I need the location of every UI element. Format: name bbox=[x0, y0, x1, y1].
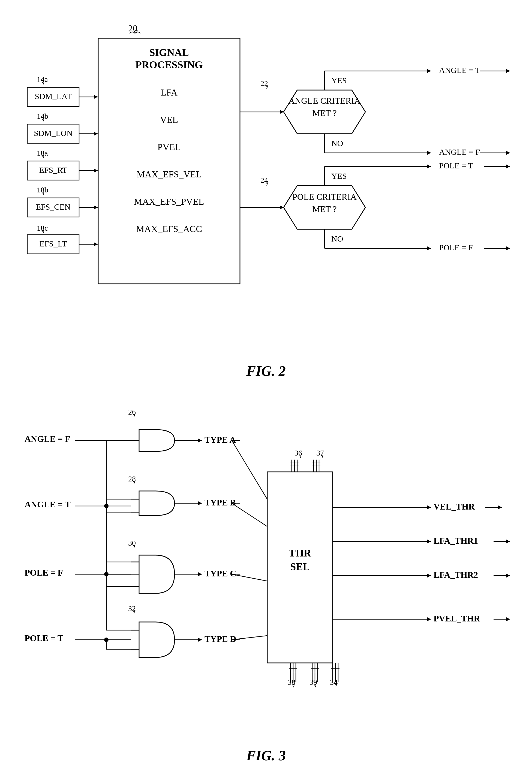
svg-text:TYPE C: TYPE C bbox=[205, 568, 236, 578]
svg-text:POLE = F: POLE = F bbox=[439, 243, 473, 252]
page: 20 SIGNAL PROCESSING LFA VEL PVEL MAX_EF… bbox=[0, 0, 532, 774]
svg-text:LFA_THR2: LFA_THR2 bbox=[434, 570, 478, 580]
svg-text:18c: 18c bbox=[37, 224, 48, 232]
fig3-title: FIG. 3 bbox=[22, 748, 510, 764]
svg-text:22: 22 bbox=[260, 79, 268, 88]
svg-marker-166 bbox=[427, 505, 431, 509]
svg-marker-122 bbox=[198, 638, 202, 642]
svg-text:ANGLE CRITERIA: ANGLE CRITERIA bbox=[288, 96, 360, 106]
svg-text:VEL_THR: VEL_THR bbox=[434, 502, 475, 511]
svg-marker-111 bbox=[198, 572, 202, 576]
fig2-diagram: 20 SIGNAL PROCESSING LFA VEL PVEL MAX_EF… bbox=[22, 16, 513, 358]
svg-text:ANGLE = T: ANGLE = T bbox=[439, 65, 480, 74]
svg-text:VEL: VEL bbox=[160, 115, 178, 125]
fig2-title: FIG. 2 bbox=[22, 363, 510, 379]
svg-text:TYPE D: TYPE D bbox=[205, 634, 236, 644]
svg-text:SEL: SEL bbox=[290, 561, 310, 572]
svg-marker-100 bbox=[198, 501, 202, 505]
svg-text:PROCESSING: PROCESSING bbox=[135, 59, 203, 70]
svg-text:SDM_LON: SDM_LON bbox=[34, 128, 73, 137]
svg-text:EFS_CEN: EFS_CEN bbox=[36, 202, 71, 211]
svg-text:SDM_LAT: SDM_LAT bbox=[35, 92, 71, 101]
svg-text:YES: YES bbox=[331, 76, 347, 85]
svg-marker-42 bbox=[427, 69, 431, 73]
svg-text:TYPE A: TYPE A bbox=[205, 435, 236, 445]
svg-text:TYPE B: TYPE B bbox=[205, 497, 236, 507]
svg-marker-181 bbox=[427, 617, 431, 621]
svg-text:POLE CRITERIA: POLE CRITERIA bbox=[292, 192, 357, 202]
svg-marker-176 bbox=[427, 574, 431, 577]
svg-marker-49 bbox=[427, 151, 431, 155]
svg-text:LFA_THR1: LFA_THR1 bbox=[434, 536, 478, 545]
svg-text:EFS_LT: EFS_LT bbox=[40, 239, 67, 248]
svg-marker-35 bbox=[280, 110, 284, 114]
svg-text:ANGLE = T: ANGLE = T bbox=[25, 499, 71, 509]
svg-text:POLE = F: POLE = F bbox=[25, 568, 63, 577]
svg-marker-18 bbox=[94, 132, 98, 136]
signal-processing-title: SIGNAL bbox=[149, 47, 189, 58]
svg-text:PVEL: PVEL bbox=[158, 142, 181, 152]
svg-text:EFS_RT: EFS_RT bbox=[39, 165, 67, 174]
fig3-diagram: ANGLE = F ANGLE = T POLE = F POLE = T bbox=[22, 390, 513, 745]
svg-text:NO: NO bbox=[331, 139, 343, 148]
svg-marker-90 bbox=[198, 439, 202, 442]
svg-text:ANGLE = F: ANGLE = F bbox=[25, 434, 70, 444]
svg-text:NO: NO bbox=[331, 234, 343, 243]
svg-text:PVEL_THR: PVEL_THR bbox=[434, 614, 480, 623]
svg-text:MET ?: MET ? bbox=[312, 108, 336, 118]
svg-text:LFA: LFA bbox=[161, 87, 178, 97]
svg-text:MET ?: MET ? bbox=[312, 204, 336, 214]
svg-text:YES: YES bbox=[331, 171, 347, 180]
svg-marker-33 bbox=[94, 242, 98, 246]
svg-marker-171 bbox=[427, 539, 431, 543]
svg-point-120 bbox=[104, 638, 109, 642]
svg-text:ANGLE = F: ANGLE = F bbox=[439, 147, 480, 156]
svg-rect-1 bbox=[98, 38, 240, 284]
svg-text:POLE = T: POLE = T bbox=[439, 161, 473, 170]
svg-marker-62 bbox=[427, 164, 431, 168]
svg-line-133 bbox=[232, 636, 267, 640]
svg-text:MAX_EFS_ACC: MAX_EFS_ACC bbox=[136, 224, 202, 234]
svg-marker-13 bbox=[94, 95, 98, 99]
svg-line-131 bbox=[232, 574, 267, 581]
svg-marker-69 bbox=[427, 247, 431, 250]
svg-line-129 bbox=[232, 503, 267, 526]
svg-text:MAX_EFS_VEL: MAX_EFS_VEL bbox=[137, 169, 202, 179]
svg-text:24: 24 bbox=[260, 176, 268, 184]
svg-marker-23 bbox=[94, 169, 98, 172]
svg-text:POLE = T: POLE = T bbox=[25, 633, 63, 643]
svg-line-127 bbox=[232, 440, 267, 499]
svg-text:THR: THR bbox=[289, 547, 311, 559]
svg-text:MAX_EFS_PVEL: MAX_EFS_PVEL bbox=[134, 197, 204, 207]
svg-marker-55 bbox=[280, 206, 284, 209]
svg-marker-28 bbox=[94, 206, 98, 209]
